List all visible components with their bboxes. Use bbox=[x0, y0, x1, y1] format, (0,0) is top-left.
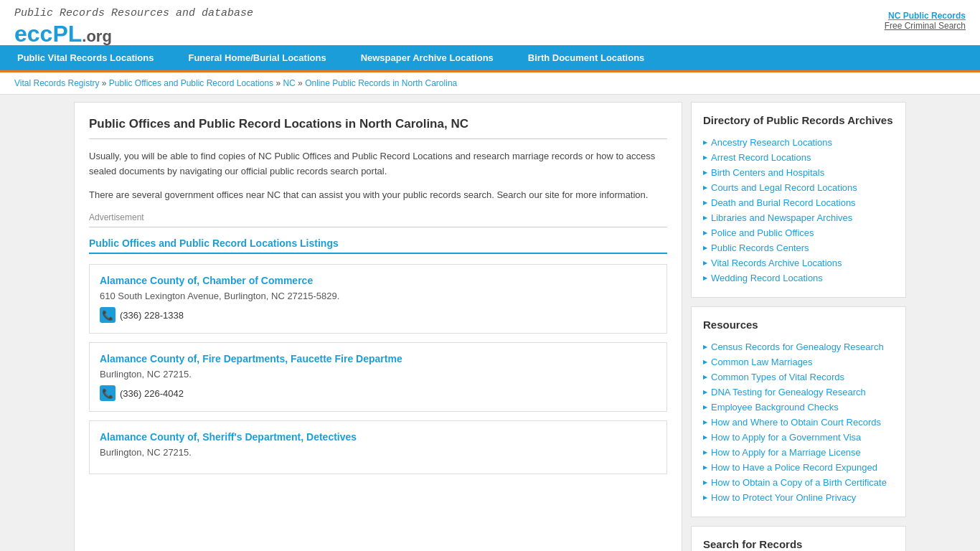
listing-title[interactable]: Alamance County of, Chamber of Commerce bbox=[100, 275, 656, 286]
resources-link[interactable]: Common Types of Vital Records bbox=[711, 372, 844, 382]
breadcrumb-separator: » bbox=[100, 78, 109, 88]
intro-p1: Usually, you will be able to find copies… bbox=[89, 149, 667, 179]
resources-link[interactable]: DNA Testing for Genealogy Research bbox=[711, 387, 866, 397]
resources-link[interactable]: How and Where to Obtain Court Records bbox=[711, 417, 881, 428]
list-item: How to Apply for a Government Visa bbox=[703, 430, 894, 445]
breadcrumb-separator: » bbox=[296, 78, 305, 88]
top-right-links: NC Public Records Free Criminal Search bbox=[885, 7, 966, 31]
directory-link[interactable]: Courts and Legal Record Locations bbox=[711, 182, 857, 193]
list-item: Death and Burial Record Locations bbox=[703, 195, 894, 210]
list-item: Ancestry Research Locations bbox=[703, 135, 894, 150]
listing-address: 610 South Lexington Avenue, Burlington, … bbox=[100, 291, 656, 301]
intro-p2: There are several government offices nea… bbox=[89, 188, 667, 203]
directory-link[interactable]: Death and Burial Record Locations bbox=[711, 197, 856, 208]
resources-box: Resources Census Records for Genealogy R… bbox=[691, 306, 906, 517]
list-item: Courts and Legal Record Locations bbox=[703, 180, 894, 195]
directory-link[interactable]: Public Records Centers bbox=[711, 242, 809, 253]
resources-link[interactable]: How to Apply for a Government Visa bbox=[711, 432, 861, 443]
resources-links-list: Census Records for Genealogy ResearchCom… bbox=[703, 339, 894, 505]
main-nav: Public Vital Records LocationsFuneral Ho… bbox=[0, 45, 980, 70]
resources-link[interactable]: Common Law Marriages bbox=[711, 357, 813, 367]
directory-link[interactable]: Ancestry Research Locations bbox=[711, 137, 832, 148]
nav-item[interactable]: Public Vital Records Locations bbox=[0, 45, 171, 70]
directory-box: Directory of Public Records Archives Anc… bbox=[691, 102, 906, 298]
listing-phone: 📞(336) 228-1338 bbox=[100, 307, 656, 323]
content-area: Public Offices and Public Record Locatio… bbox=[74, 102, 682, 551]
logo-area: Public Records Resources and database ec… bbox=[14, 7, 253, 45]
directory-link[interactable]: Police and Public Offices bbox=[711, 227, 814, 238]
intro-section: Usually, you will be able to find copies… bbox=[89, 149, 667, 202]
phone-icon: 📞 bbox=[100, 307, 116, 323]
breadcrumb-item[interactable]: Online Public Records in North Carolina bbox=[305, 78, 457, 88]
resources-link[interactable]: Employee Background Checks bbox=[711, 402, 839, 413]
search-title: Search for Records bbox=[703, 538, 894, 550]
list-item: Wedding Record Locations bbox=[703, 270, 894, 286]
resources-link[interactable]: Census Records for Genealogy Research bbox=[711, 342, 884, 352]
listings-container: Alamance County of, Chamber of Commerce6… bbox=[89, 264, 667, 474]
breadcrumb-item[interactable]: Vital Records Registry bbox=[14, 78, 100, 88]
list-item: How to Apply for a Marriage License bbox=[703, 445, 894, 460]
listing-card: Alamance County of, Fire Departments, Fa… bbox=[89, 342, 667, 412]
free-criminal-search-link[interactable]: Free Criminal Search bbox=[885, 21, 966, 31]
page-title: Public Offices and Public Record Locatio… bbox=[89, 117, 667, 139]
directory-link[interactable]: Vital Records Archive Locations bbox=[711, 258, 842, 268]
logo-org: .org bbox=[82, 27, 112, 45]
list-item: How to Have a Police Record Expunged bbox=[703, 460, 894, 475]
breadcrumb-separator: » bbox=[273, 78, 283, 88]
list-item: How to Protect Your Online Privacy bbox=[703, 490, 894, 505]
phone-number: (336) 228-1338 bbox=[120, 310, 184, 321]
phone-number: (336) 226-4042 bbox=[120, 388, 184, 399]
directory-title: Directory of Public Records Archives bbox=[703, 114, 894, 126]
logo-ecc: ecc bbox=[14, 21, 52, 47]
list-item: Libraries and Newspaper Archives bbox=[703, 210, 894, 225]
list-item: Common Types of Vital Records bbox=[703, 369, 894, 385]
list-item: Vital Records Archive Locations bbox=[703, 255, 894, 270]
list-item: How and Where to Obtain Court Records bbox=[703, 415, 894, 430]
header: Public Records Resources and database ec… bbox=[0, 0, 980, 45]
directory-link[interactable]: Wedding Record Locations bbox=[711, 273, 823, 283]
breadcrumb: Vital Records Registry » Public Offices … bbox=[0, 72, 980, 95]
listing-phone: 📞(336) 226-4042 bbox=[100, 385, 656, 401]
logo-pl: PL bbox=[52, 21, 82, 47]
resources-title: Resources bbox=[703, 319, 894, 331]
sidebar: Directory of Public Records Archives Anc… bbox=[691, 102, 906, 551]
listings-header: Public Offices and Public Record Locatio… bbox=[89, 237, 667, 254]
breadcrumb-item[interactable]: NC bbox=[283, 78, 295, 88]
resources-link[interactable]: How to Protect Your Online Privacy bbox=[711, 492, 856, 503]
list-item: DNA Testing for Genealogy Research bbox=[703, 385, 894, 400]
listing-address: Burlington, NC 27215. bbox=[100, 369, 656, 380]
list-item: Public Records Centers bbox=[703, 240, 894, 255]
advertisement-label: Advertisement bbox=[89, 212, 667, 222]
directory-link[interactable]: Libraries and Newspaper Archives bbox=[711, 212, 852, 223]
resources-link[interactable]: How to Obtain a Copy of a Birth Certific… bbox=[711, 477, 887, 488]
list-item: Employee Background Checks bbox=[703, 400, 894, 415]
search-box: Search for Records Information Found on … bbox=[691, 526, 906, 551]
list-item: How to Obtain a Copy of a Birth Certific… bbox=[703, 475, 894, 490]
resources-link[interactable]: How to Apply for a Marriage License bbox=[711, 447, 861, 458]
listing-title[interactable]: Alamance County of, Fire Departments, Fa… bbox=[100, 353, 656, 364]
listing-card: Alamance County of, Sheriff's Department… bbox=[89, 420, 667, 474]
list-item: Police and Public Offices bbox=[703, 225, 894, 240]
resources-link[interactable]: How to Have a Police Record Expunged bbox=[711, 462, 877, 473]
logo: eccPL.org bbox=[14, 22, 253, 45]
ad-divider bbox=[89, 227, 667, 227]
listing-address: Burlington, NC 27215. bbox=[100, 447, 656, 458]
listing-title[interactable]: Alamance County of, Sheriff's Department… bbox=[100, 431, 656, 443]
list-item: Common Law Marriages bbox=[703, 354, 894, 369]
main-layout: Public Offices and Public Record Locatio… bbox=[67, 102, 913, 551]
directory-link[interactable]: Birth Centers and Hospitals bbox=[711, 167, 824, 178]
nav-item[interactable]: Funeral Home/Burial Locations bbox=[171, 45, 343, 70]
directory-links-list: Ancestry Research LocationsArrest Record… bbox=[703, 135, 894, 286]
phone-icon: 📞 bbox=[100, 385, 116, 401]
list-item: Birth Centers and Hospitals bbox=[703, 165, 894, 180]
nav-item[interactable]: Newspaper Archive Locations bbox=[344, 45, 511, 70]
list-item: Arrest Record Locations bbox=[703, 150, 894, 165]
tagline: Public Records Resources and database bbox=[14, 7, 253, 19]
listing-card: Alamance County of, Chamber of Commerce6… bbox=[89, 264, 667, 334]
list-item: Census Records for Genealogy Research bbox=[703, 339, 894, 354]
breadcrumb-item[interactable]: Public Offices and Public Record Locatio… bbox=[109, 78, 273, 88]
directory-link[interactable]: Arrest Record Locations bbox=[711, 152, 811, 163]
nav-item[interactable]: Birth Document Locations bbox=[511, 45, 662, 70]
nc-public-records-link[interactable]: NC Public Records bbox=[885, 11, 966, 21]
